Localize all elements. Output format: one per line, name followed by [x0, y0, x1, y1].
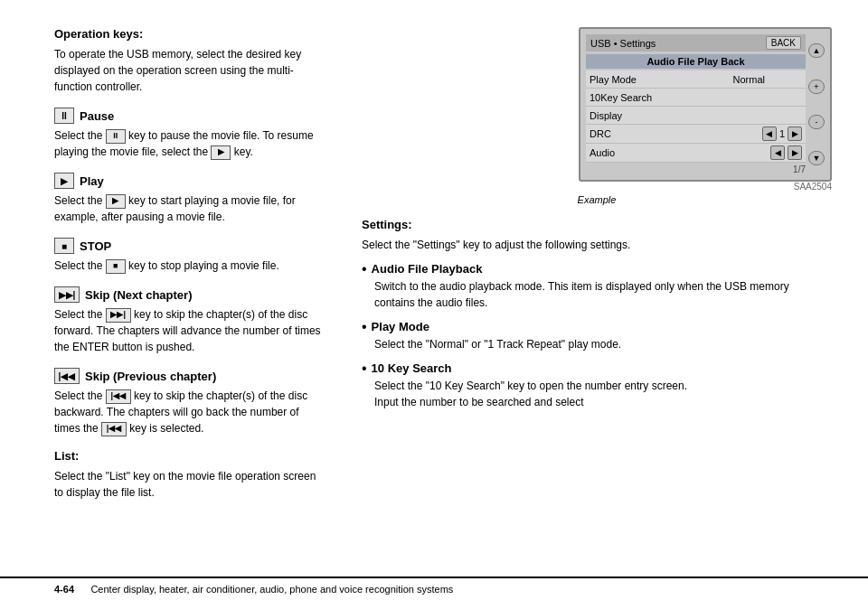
footer-text: Center display, heater, air conditioner,… — [90, 584, 453, 595]
skip-next-desc: Select the ▶▶| key to skip the chapter(s… — [54, 306, 326, 355]
drc-right-btn[interactable]: ▶ — [788, 127, 802, 141]
screen-row-audio-controls: ◀ ▶ — [770, 145, 802, 160]
audio-right-btn[interactable]: ▶ — [788, 145, 802, 160]
play-label-row: ▶ Play — [54, 173, 326, 189]
screen-sidebar: ▲ + - ▼ — [808, 34, 825, 174]
list-text: Select the "List" key on the movie file … — [54, 468, 326, 501]
pause-inline-icon: II — [106, 129, 126, 144]
stop-label: STOP — [80, 239, 111, 253]
bullet-text-play-mode: Select the "Normal" or "1 Track Repeat" … — [362, 336, 832, 352]
skip-prev-section: |◀◀ Skip (Previous chapter) Select the |… — [54, 368, 326, 436]
page: Operation keys: To operate the USB memor… — [0, 0, 868, 600]
skip-prev-inline-icon2: |◀◀ — [101, 422, 127, 436]
pause-section: II Pause Select the II key to pause the … — [54, 108, 326, 160]
skip-prev-icon: |◀◀ — [54, 368, 80, 384]
bullet-10-key-search: • 10 Key Search Select the "10 Key Searc… — [362, 361, 832, 410]
bullet-title-play-mode: Play Mode — [372, 320, 429, 333]
screen-row-drc: DRC ◀ 1 ▶ — [586, 125, 806, 144]
screen-row-display: Display — [586, 107, 806, 125]
example-label: Example — [362, 194, 832, 205]
footer-page-num: 4-64 — [54, 584, 74, 595]
bullet-title-10-key-search: 10 Key Search — [372, 361, 452, 375]
bullet-text-10-key-search: Select the "10 Key Search" key to open t… — [362, 378, 832, 410]
skip-next-section: ▶▶| Skip (Next chapter) Select the ▶▶| k… — [54, 286, 326, 355]
screen-row-play-mode: Play Mode Normal — [586, 70, 806, 89]
bullet-play-mode: • Play Mode Select the "Normal" or "1 Tr… — [362, 320, 832, 352]
screen-header-left: USB • Settings — [590, 38, 656, 49]
skip-next-icon: ▶▶| — [54, 286, 80, 303]
screen-row-drc-controls: ◀ 1 ▶ — [762, 127, 802, 141]
skip-prev-label-row: |◀◀ Skip (Previous chapter) — [54, 368, 326, 384]
play-inline-icon: ▶ — [211, 145, 231, 160]
operation-keys-heading: Operation keys: — [54, 27, 326, 41]
device-screen: USB • Settings BACK Audio File Play Back… — [579, 27, 832, 182]
play-label: Play — [80, 174, 104, 188]
bullet-audio-file-playback: • Audio File Playback Switch to the audi… — [362, 262, 832, 311]
audio-left-btn[interactable]: ◀ — [770, 145, 785, 160]
stop-inline-icon: ■ — [106, 259, 126, 274]
drc-left-btn[interactable]: ◀ — [762, 127, 777, 141]
pause-label: Pause — [80, 109, 114, 123]
screen-row-10key-label: 10Key Search — [590, 92, 802, 103]
settings-section: Settings: Select the "Settings" key to a… — [362, 218, 832, 410]
screen-row-audio-label: Audio — [590, 147, 770, 158]
right-column: USB • Settings BACK Audio File Play Back… — [344, 27, 832, 558]
footer-spacer — [77, 584, 88, 595]
screen-side-btn-down[interactable]: - — [808, 115, 825, 129]
stop-section: ■ STOP Select the ■ key to stop playing … — [54, 238, 326, 274]
screen-side-btn-top[interactable]: ▲ — [808, 43, 825, 58]
skip-next-label-row: ▶▶| Skip (Next chapter) — [54, 286, 326, 303]
content-area: Operation keys: To operate the USB memor… — [0, 0, 868, 577]
play-section: ▶ Play Select the ▶ key to start playing… — [54, 173, 326, 225]
screen-inner: USB • Settings BACK Audio File Play Back… — [586, 34, 825, 174]
bullet-text-audio-file-playback: Switch to the audio playback mode. This … — [362, 278, 832, 311]
footer-bar: 4-64 Center display, heater, air conditi… — [0, 577, 868, 600]
pause-desc: Select the II key to pause the movie fil… — [54, 127, 326, 160]
skip-next-inline-icon: ▶▶| — [106, 308, 131, 323]
screen-back-btn[interactable]: BACK — [766, 36, 801, 50]
bullet-dot-3: • — [362, 361, 367, 376]
stop-desc: Select the ■ key to stop playing a movie… — [54, 258, 326, 274]
left-column: Operation keys: To operate the USB memor… — [54, 27, 344, 558]
settings-intro: Select the "Settings" key to adjust the … — [362, 237, 832, 253]
screen-side-btn-bottom[interactable]: ▼ — [808, 151, 825, 165]
bullet-dot-1: • — [362, 262, 367, 277]
screen-row-audio: Audio ◀ ▶ — [586, 144, 806, 163]
screen-row-play-mode-label: Play Mode — [590, 74, 696, 85]
play-desc: Select the ▶ key to start playing a movi… — [54, 192, 326, 225]
stop-icon: ■ — [54, 238, 74, 254]
skip-prev-label: Skip (Previous chapter) — [85, 370, 216, 383]
screen-row-10key: 10Key Search — [586, 89, 806, 107]
device-screen-wrapper: USB • Settings BACK Audio File Play Back… — [362, 27, 832, 205]
operation-keys-section: Operation keys: To operate the USB memor… — [54, 27, 326, 95]
operation-keys-intro: To operate the USB memory, select the de… — [54, 46, 326, 95]
play-inline-icon2: ▶ — [106, 194, 126, 209]
bullet-play-mode-row: • Play Mode — [362, 320, 832, 334]
screen-row-display-label: Display — [590, 110, 802, 121]
skip-next-label: Skip (Next chapter) — [85, 288, 192, 302]
list-section: List: Select the "List" key on the movie… — [54, 449, 326, 501]
screen-main: USB • Settings BACK Audio File Play Back… — [586, 34, 806, 174]
screen-footer: 1/7 — [586, 163, 806, 174]
stop-label-row: ■ STOP — [54, 238, 326, 254]
skip-prev-desc: Select the |◀◀ key to skip the chapter(s… — [54, 388, 326, 436]
bullet-10-key-search-row: • 10 Key Search — [362, 361, 832, 376]
saa-label: SAA2504 — [362, 182, 832, 192]
screen-row-play-mode-value: Normal — [696, 74, 803, 85]
skip-prev-inline-icon: |◀◀ — [106, 389, 131, 404]
screen-row-drc-label: DRC — [590, 128, 762, 139]
bullet-audio-file-playback-row: • Audio File Playback — [362, 262, 832, 277]
list-heading: List: — [54, 449, 326, 463]
screen-side-btn-up[interactable]: + — [808, 80, 825, 94]
bullet-dot-2: • — [362, 320, 367, 334]
screen-title-bar: Audio File Play Back — [586, 54, 806, 69]
drc-value: 1 — [779, 128, 785, 139]
play-icon: ▶ — [54, 173, 74, 189]
bullet-title-audio-file-playback: Audio File Playback — [372, 262, 483, 276]
pause-label-row: II Pause — [54, 108, 326, 124]
pause-icon: II — [54, 108, 74, 124]
settings-heading: Settings: — [362, 218, 832, 231]
screen-header: USB • Settings BACK — [586, 34, 806, 52]
